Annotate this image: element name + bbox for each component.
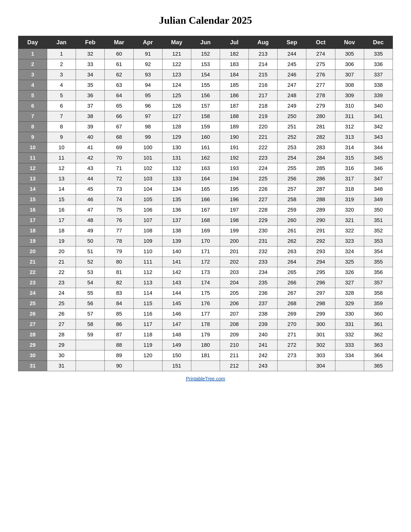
julian-day-value: 169 [191, 226, 220, 236]
julian-day-value: 112 [133, 267, 162, 278]
julian-day-value: 275 [306, 59, 335, 70]
julian-day-value: 138 [162, 226, 191, 236]
julian-day-value: 18 [47, 226, 76, 236]
table-row: 14144573104134165195226257287318348 [18, 184, 393, 194]
julian-day-value: 123 [162, 70, 191, 80]
julian-day-value [76, 361, 105, 371]
julian-day-value: 213 [249, 49, 278, 59]
julian-day-value: 78 [105, 236, 133, 247]
julian-day-value: 127 [162, 111, 191, 122]
julian-day-value: 111 [133, 257, 162, 267]
julian-day-value: 51 [76, 247, 105, 257]
julian-day-value: 94 [133, 80, 162, 90]
julian-day-value: 28 [47, 330, 76, 340]
julian-day-value: 257 [278, 184, 306, 194]
julian-day-value: 248 [278, 90, 306, 101]
julian-day-value: 29 [47, 340, 76, 350]
julian-day-value: 134 [162, 184, 191, 194]
julian-day-value: 330 [335, 309, 364, 319]
julian-day-value: 241 [249, 340, 278, 350]
julian-day-value: 293 [306, 247, 335, 257]
julian-day-value: 151 [162, 361, 191, 371]
julian-day-value: 292 [306, 236, 335, 247]
julian-day-value: 352 [364, 226, 393, 236]
julian-day-value: 113 [133, 278, 162, 288]
julian-day-value: 274 [306, 49, 335, 59]
julian-day-value: 256 [278, 174, 306, 184]
julian-day-value: 206 [220, 298, 249, 309]
julian-day-value: 174 [191, 278, 220, 288]
julian-day-value: 361 [364, 319, 393, 330]
table-header: DayJanFebMarAprMayJunJulAugSepOctNovDec [18, 36, 393, 49]
julian-day-value: 67 [105, 122, 133, 132]
julian-day-value: 97 [133, 111, 162, 122]
julian-day-value: 346 [364, 163, 393, 174]
julian-day-value: 214 [249, 59, 278, 70]
julian-day-value: 129 [162, 132, 191, 142]
julian-day-value: 47 [76, 205, 105, 215]
julian-day-value [191, 361, 220, 371]
julian-day-value: 313 [335, 132, 364, 142]
julian-day-value: 12 [47, 163, 76, 174]
julian-day-value: 344 [364, 142, 393, 153]
julian-day-value: 264 [278, 257, 306, 267]
julian-day-value: 190 [220, 132, 249, 142]
julian-day-value: 102 [133, 163, 162, 174]
julian-day-value: 312 [335, 122, 364, 132]
table-row: 88396798128159189220251281312342 [18, 122, 393, 132]
julian-day-value: 358 [364, 288, 393, 298]
julian-day-value: 261 [278, 226, 306, 236]
julian-day-value: 131 [162, 153, 191, 163]
julian-day-value: 71 [105, 163, 133, 174]
julian-day-value: 54 [76, 278, 105, 288]
julian-day-value: 285 [306, 163, 335, 174]
day-number: 24 [18, 288, 47, 298]
table-row: 18184977108138169199230261291322352 [18, 226, 393, 236]
julian-day-value: 139 [162, 236, 191, 247]
julian-day-value: 322 [335, 226, 364, 236]
julian-day-value: 37 [76, 101, 105, 111]
julian-day-value: 154 [191, 70, 220, 80]
julian-day-value: 304 [306, 361, 335, 371]
julian-day-value: 219 [249, 111, 278, 122]
julian-day-value: 57 [76, 309, 105, 319]
julian-day-value: 17 [47, 215, 76, 226]
julian-day-value: 233 [249, 257, 278, 267]
julian-day-value: 149 [162, 340, 191, 350]
julian-day-value: 167 [191, 205, 220, 215]
day-number: 21 [18, 257, 47, 267]
day-number: 9 [18, 132, 47, 142]
header-jan: Jan [47, 36, 76, 49]
julian-day-value: 82 [105, 278, 133, 288]
julian-day-value: 86 [105, 319, 133, 330]
julian-day-value: 267 [278, 288, 306, 298]
julian-day-value: 106 [133, 205, 162, 215]
julian-day-value: 24 [47, 288, 76, 298]
julian-day-value: 316 [335, 163, 364, 174]
julian-day-value: 238 [249, 309, 278, 319]
julian-day-value: 19 [47, 236, 76, 247]
julian-day-value: 324 [335, 247, 364, 257]
julian-day-value: 309 [335, 90, 364, 101]
julian-day-value: 10 [47, 142, 76, 153]
julian-day-value: 122 [162, 59, 191, 70]
julian-day-value: 165 [191, 184, 220, 194]
table-row: 313190151212243304365 [18, 361, 393, 371]
day-number: 4 [18, 80, 47, 90]
table-row: 23235482113143174204235266296327357 [18, 278, 393, 288]
day-number: 10 [18, 142, 47, 153]
julian-day-value: 279 [306, 101, 335, 111]
julian-day-value: 289 [306, 205, 335, 215]
day-number: 28 [18, 330, 47, 340]
footer-link[interactable]: PrintableTree.com [186, 376, 225, 382]
julian-day-value: 187 [220, 101, 249, 111]
julian-day-value: 108 [133, 226, 162, 236]
julian-day-value: 195 [220, 184, 249, 194]
julian-day-value: 364 [364, 350, 393, 361]
julian-day-value: 337 [364, 70, 393, 80]
julian-day-value: 286 [306, 174, 335, 184]
table-row: 99406899129160190221252282313343 [18, 132, 393, 142]
julian-day-value: 175 [191, 288, 220, 298]
julian-day-value: 2 [47, 59, 76, 70]
table-row: 22336192122153183214245275306336 [18, 59, 393, 70]
